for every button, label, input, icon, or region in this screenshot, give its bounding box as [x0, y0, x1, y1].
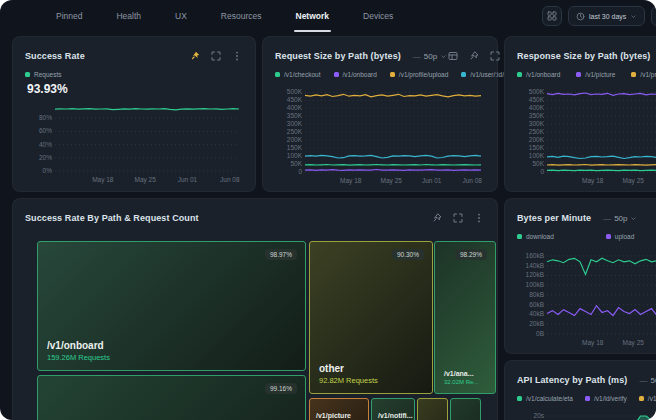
- legend: Requests: [25, 69, 243, 79]
- treemap-box-v1-notifi[interactable]: /v1/notifi...: [371, 398, 415, 420]
- panel-bytes-per-minute: Bytes per Minute —50p downloadupload 0B2…: [504, 198, 656, 354]
- svg-text:40kB: 40kB: [529, 310, 544, 317]
- svg-text:350K: 350K: [287, 112, 303, 119]
- pin-icon[interactable]: [431, 212, 443, 224]
- svg-text:400K: 400K: [287, 104, 303, 111]
- legend-label: /v1/checkout: [284, 71, 321, 78]
- legend-swatch: [461, 72, 466, 77]
- path-label: /v1/ana...: [444, 370, 478, 377]
- legend-swatch: [390, 72, 395, 77]
- svg-text:200K: 200K: [287, 136, 303, 143]
- chevron-down-icon: [630, 13, 637, 20]
- svg-text:0B: 0B: [536, 330, 544, 337]
- legend-label: download: [526, 233, 554, 240]
- legend-item[interactable]: /v1/prof: [631, 71, 656, 78]
- percentile-dropdown[interactable]: —50p: [639, 376, 656, 385]
- request-count: 32.02M Re...: [444, 379, 478, 385]
- success-rate-badge: 98.29%: [455, 249, 487, 260]
- svg-text:May 25: May 25: [623, 339, 645, 347]
- panel-title: Success Rate: [25, 51, 85, 61]
- expand-icon[interactable]: [489, 50, 501, 62]
- treemap-box[interactable]: [417, 398, 448, 420]
- filter-button[interactable]: Filter/Co: [651, 6, 656, 26]
- legend-item[interactable]: /v1/calculate/eta: [517, 395, 573, 402]
- tab-network[interactable]: Network: [296, 0, 330, 32]
- treemap-box-v1-picture[interactable]: /v1/picture: [309, 398, 369, 420]
- svg-text:450K: 450K: [529, 96, 545, 103]
- legend-item[interactable]: /v1/checkout: [275, 71, 321, 78]
- legend: downloadupload: [517, 231, 656, 241]
- svg-text:500K: 500K: [529, 88, 545, 95]
- time-range-selector[interactable]: last 30 days: [568, 6, 645, 26]
- panel-response-size: Response Size by Path (bytes) —50p /v1/o…: [504, 36, 656, 192]
- path-label: /v1/onboard: [47, 340, 110, 351]
- legend-label: /v1/onboard: [526, 71, 560, 78]
- panel-title: API Latency by Path (ms): [517, 375, 627, 385]
- chart-type-icon[interactable]: [447, 50, 459, 62]
- svg-text:Jun 01: Jun 01: [178, 176, 198, 183]
- svg-text:May 18: May 18: [92, 176, 114, 184]
- svg-text:20s: 20s: [534, 412, 545, 419]
- kebab-menu-icon[interactable]: [473, 212, 485, 224]
- expand-icon[interactable]: [210, 50, 222, 62]
- svg-text:May 18: May 18: [582, 339, 604, 347]
- legend-item[interactable]: /v1/onboard: [334, 71, 377, 78]
- treemap-box-v1-ana[interactable]: 98.29%/v1/ana...32.02M Re...: [434, 241, 496, 394]
- legend-swatch: [517, 234, 522, 239]
- request-size-chart[interactable]: 050K100K150K200K250K300K350K400K450K500K…: [275, 85, 485, 185]
- legend-item[interactable]: download: [517, 233, 554, 240]
- api-latency-chart[interactable]: 20sMay 18May 25Jun 01Jun 08: [517, 409, 656, 420]
- legend-swatch: [25, 72, 30, 77]
- treemap-box-other[interactable]: 90.30%other92.82M Requests: [309, 241, 433, 394]
- time-range-value: last 30 days: [589, 13, 626, 20]
- legend-item[interactable]: /v1/profile/upload: [390, 71, 449, 78]
- tab-devices[interactable]: Devices: [363, 0, 393, 32]
- legend-label: /v1/profile/upload: [399, 71, 449, 78]
- treemap-box-v1-onboard[interactable]: 98.97%/v1/onboard159.26M Requests: [37, 241, 306, 371]
- chevron-down-icon: [630, 215, 637, 222]
- svg-text:May 18: May 18: [340, 177, 362, 185]
- treemap-box[interactable]: 99.16%: [37, 375, 306, 420]
- percentile-dropdown[interactable]: —50p: [603, 214, 637, 223]
- apps-grid-button[interactable]: [542, 6, 562, 26]
- kebab-menu-icon[interactable]: [231, 50, 243, 62]
- svg-text:May 18: May 18: [582, 177, 604, 185]
- svg-text:400K: 400K: [529, 104, 545, 111]
- legend-item[interactable]: /v1/id/verify: [585, 395, 627, 402]
- expand-icon[interactable]: [452, 212, 464, 224]
- legend-item[interactable]: /v1/onboard: [517, 71, 560, 78]
- svg-text:250K: 250K: [287, 128, 303, 135]
- bytes-per-minute-chart[interactable]: 0B20kB40kB60kB80kB100kB120kB140kB160kBMa…: [517, 247, 656, 347]
- treemap-box[interactable]: [450, 398, 481, 420]
- pin-icon[interactable]: [189, 50, 201, 62]
- svg-text:Jun 08: Jun 08: [220, 176, 240, 183]
- svg-text:80%: 80%: [39, 114, 52, 121]
- svg-text:60kB: 60kB: [529, 301, 544, 308]
- success-rate-value: 93.93%: [27, 82, 243, 96]
- tab-ux[interactable]: UX: [175, 0, 187, 32]
- request-count: 92.82M Requests: [319, 376, 378, 385]
- response-size-chart[interactable]: 050K100K150K200K250K300K350K400K450K500K…: [517, 85, 656, 185]
- nav-tabs: PinnedHealthUXResourcesNetworkDevices: [56, 0, 393, 32]
- tab-health[interactable]: Health: [116, 0, 141, 32]
- legend-item[interactable]: /v1/picture: [576, 71, 615, 78]
- legend-swatch: [334, 72, 339, 77]
- legend-item[interactable]: upload: [606, 233, 635, 240]
- legend-swatch: [275, 72, 280, 77]
- svg-text:100K: 100K: [529, 152, 545, 159]
- tab-resources[interactable]: Resources: [221, 0, 262, 32]
- svg-text:100kB: 100kB: [526, 281, 544, 288]
- grid-icon: [547, 11, 557, 21]
- pin-icon[interactable]: [468, 50, 480, 62]
- legend-item[interactable]: /v1/onbo: [639, 395, 656, 402]
- svg-text:350K: 350K: [529, 112, 545, 119]
- svg-text:150K: 150K: [529, 144, 545, 151]
- legend: /v1/onboard/v1/picture/v1/prof: [517, 69, 656, 79]
- legend-item[interactable]: Requests: [25, 71, 61, 78]
- tab-pinned[interactable]: Pinned: [56, 0, 82, 32]
- svg-text:50K: 50K: [532, 160, 544, 167]
- legend-swatch: [606, 234, 611, 239]
- percentile-dropdown[interactable]: —50p: [413, 52, 447, 61]
- svg-text:40%: 40%: [39, 141, 52, 148]
- success-rate-chart[interactable]: 0%20%40%60%80%May 18May 25Jun 01Jun 08: [25, 100, 243, 184]
